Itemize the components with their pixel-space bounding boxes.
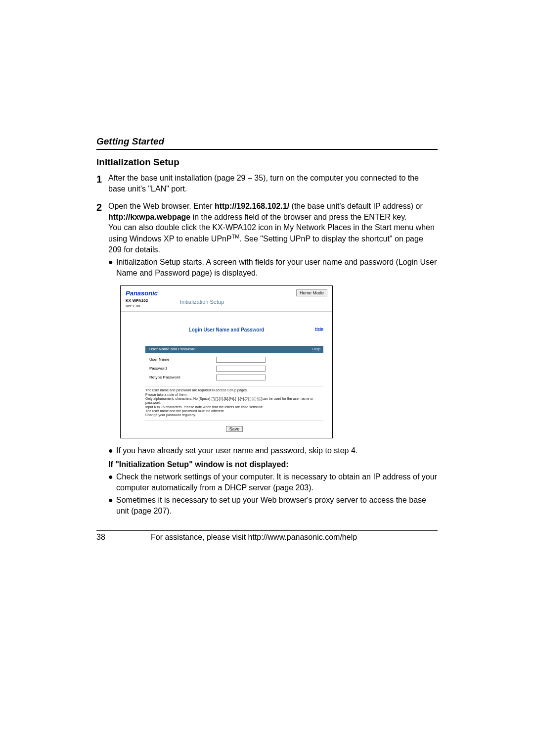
form-row-password: Password xyxy=(145,364,323,373)
password-label: Password xyxy=(149,366,216,372)
form-notes: The user name and password are required … xyxy=(145,386,323,418)
url-bold: http://kxwpa.webpage xyxy=(108,213,190,221)
step-number: 1 xyxy=(96,173,108,194)
divider xyxy=(96,149,438,150)
home-mode-button[interactable]: Home Mode xyxy=(296,289,327,296)
step-body: Open the Web browser. Enter http://192.1… xyxy=(108,201,438,518)
bullet-icon: ● xyxy=(108,257,116,278)
login-title-text: Login User Name and Password xyxy=(189,327,265,332)
step-1: 1 After the base unit installation (page… xyxy=(96,173,438,194)
step-text: (the base unit's default IP address) or xyxy=(289,202,423,210)
username-input[interactable] xyxy=(216,357,266,363)
band-title: User Name and Password xyxy=(149,347,195,351)
login-form: User Name Password Retype Password xyxy=(145,353,323,384)
password-input[interactable] xyxy=(216,366,266,372)
note-line: Please take a note of them. xyxy=(145,393,323,397)
bullet-text: Initialization Setup starts. A screen wi… xyxy=(116,257,438,278)
save-button[interactable]: Save xyxy=(226,426,243,432)
save-row: Save xyxy=(145,421,323,438)
step-text: Open the Web browser. Enter xyxy=(108,202,215,210)
bullet-item: ● If you have already set your user name… xyxy=(108,445,438,456)
note-line: The user name and password are required … xyxy=(145,388,323,392)
page-number: 38 xyxy=(96,533,151,542)
form-row-username: User Name xyxy=(145,355,323,364)
note-line: Change your password regularly. xyxy=(145,413,323,417)
section-title: Getting Started xyxy=(96,136,438,149)
bullet-icon: ● xyxy=(108,472,116,493)
step-text: After the base unit installation (page 2… xyxy=(108,174,419,193)
divider xyxy=(121,311,332,312)
retype-password-input[interactable] xyxy=(216,375,266,380)
model-name: KX-WPA102 xyxy=(126,298,148,303)
section-band: User Name and Password Help xyxy=(145,346,323,353)
step-body: After the base unit installation (page 2… xyxy=(108,173,438,194)
bullet-icon: ● xyxy=(108,495,116,516)
bullet-text: Sometimes it is necessary to set up your… xyxy=(116,495,438,516)
bullet-icon: ● xyxy=(108,445,116,456)
username-label: User Name xyxy=(149,357,216,363)
bold-subheading: If "Initialization Setup" window is not … xyxy=(108,459,438,470)
help-link[interactable]: Help xyxy=(315,327,323,332)
step-number: 2 xyxy=(96,201,108,518)
note-line: The user name and the password must be d… xyxy=(145,409,323,413)
footer-assist-text: For assistance, please visit http://www.… xyxy=(151,533,438,542)
init-setup-title: Initialization Setup xyxy=(180,298,224,306)
help-link[interactable]: Help xyxy=(312,347,320,352)
embedded-screenshot: Panasonic Home Mode KX-WPA102 Ver.1.00 I… xyxy=(120,285,333,438)
step-2: 2 Open the Web browser. Enter http://192… xyxy=(96,201,438,518)
bullet-item: ● Check the network settings of your com… xyxy=(108,472,438,493)
bullet-text: If you have already set your user name a… xyxy=(116,445,438,456)
url-bold: http://192.168.102.1/ xyxy=(215,202,289,210)
retype-label: Retype Password xyxy=(149,375,216,380)
step-text: in the address field of the browser and … xyxy=(190,213,406,221)
note-line: Input 6 to 15 characters. Please note wh… xyxy=(145,405,323,409)
model-label: KX-WPA102 Ver.1.00 xyxy=(126,298,170,309)
login-title: Login User Name and Password Help xyxy=(121,327,332,333)
brand-logo: Panasonic xyxy=(126,289,158,298)
bullet-item: ● Sometimes it is necessary to set up yo… xyxy=(108,495,438,516)
trademark: TM xyxy=(232,234,240,239)
bullet-text: Check the network settings of your compu… xyxy=(116,472,438,493)
bullet-item: ● Initialization Setup starts. A screen … xyxy=(108,257,438,278)
subsection-title: Initialization Setup xyxy=(96,157,438,168)
note-line: Only alphanumeric characters. No [Space]… xyxy=(145,397,323,405)
form-row-retype: Retype Password xyxy=(145,373,323,382)
version-label: Ver.1.00 xyxy=(126,304,170,309)
page-footer: 38 For assistance, please visit http://w… xyxy=(96,531,438,542)
